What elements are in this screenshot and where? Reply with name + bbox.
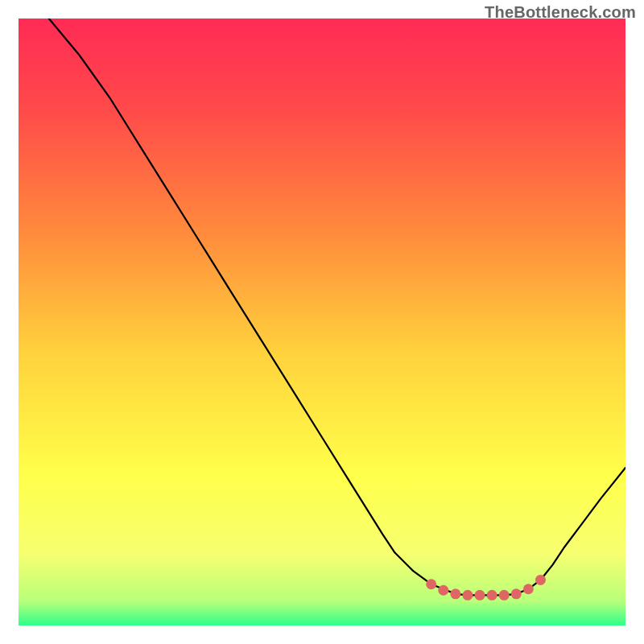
chart-area bbox=[19, 19, 625, 625]
optimal-marker bbox=[475, 590, 485, 601]
chart-stage: TheBottleneck.com bbox=[0, 0, 644, 644]
optimal-marker bbox=[499, 590, 510, 601]
optimal-marker bbox=[487, 590, 497, 601]
optimal-marker bbox=[450, 588, 460, 599]
watermark-text: TheBottleneck.com bbox=[485, 3, 636, 22]
chart-background bbox=[19, 19, 625, 625]
optimal-marker bbox=[438, 585, 448, 596]
optimal-marker bbox=[426, 579, 436, 589]
optimal-marker bbox=[511, 588, 522, 599]
optimal-marker bbox=[462, 590, 473, 601]
optimal-marker bbox=[535, 575, 546, 585]
optimal-marker bbox=[523, 584, 534, 594]
chart-svg bbox=[19, 19, 625, 625]
